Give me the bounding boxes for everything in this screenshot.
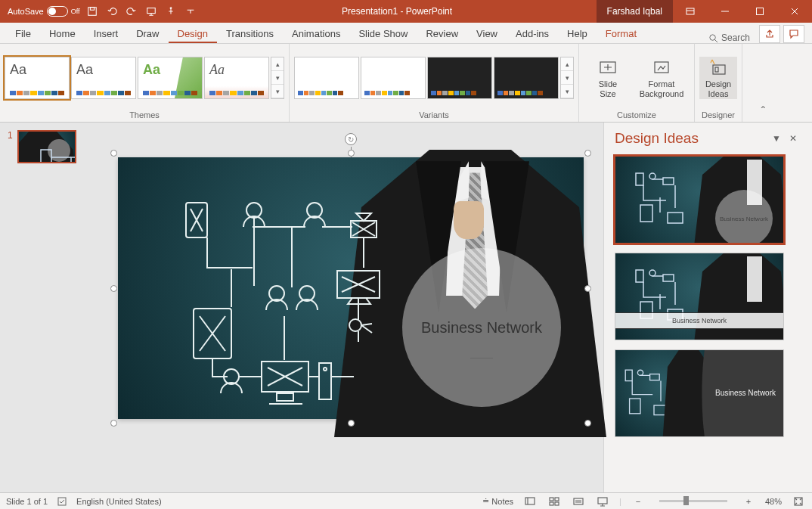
designer-group-label: Designer — [702, 109, 735, 122]
slide-editor[interactable]: Business Network — [98, 123, 603, 492]
touch-mode-button[interactable] — [163, 4, 178, 19]
svg-rect-42 — [630, 399, 640, 414]
autosave-toggle[interactable]: AutoSave Off — [8, 6, 80, 17]
format-background-button[interactable]: Format Background — [634, 57, 690, 98]
tab-insert[interactable]: Insert — [85, 23, 128, 43]
zoom-out-button[interactable]: − — [631, 495, 646, 507]
design-idea-3[interactable]: Business Network — [615, 349, 784, 437]
ribbon-tabs: File Home Insert Draw Design Transitions… — [0, 23, 812, 44]
tab-slide-show[interactable]: Slide Show — [349, 23, 417, 43]
svg-rect-49 — [555, 502, 559, 505]
slide-canvas[interactable]: Business Network — [118, 157, 584, 419]
themes-more-button[interactable]: ▴▾▾ — [271, 57, 284, 99]
toggle-off-icon — [47, 6, 68, 17]
svg-rect-33 — [668, 213, 683, 223]
qat-customize-button[interactable] — [183, 4, 198, 19]
language-button[interactable]: English (United States) — [76, 497, 162, 506]
redo-button[interactable] — [124, 4, 139, 19]
start-slideshow-button[interactable] — [144, 4, 159, 19]
theme-gallery-4[interactable]: Aa — [204, 57, 269, 99]
tab-animations[interactable]: Animations — [283, 23, 349, 43]
undo-button[interactable] — [104, 4, 119, 19]
slide-thumbnail-1[interactable]: 1 — [8, 130, 91, 163]
zoom-slider[interactable] — [659, 500, 727, 502]
design-idea-2[interactable]: Business Network — [615, 253, 784, 340]
resize-handle[interactable] — [110, 420, 117, 427]
slide-title: Business Network — [421, 319, 542, 337]
pane-close-button[interactable]: ✕ — [785, 133, 801, 144]
pane-options-button[interactable]: ▼ — [768, 133, 785, 144]
share-button[interactable] — [759, 25, 780, 43]
svg-rect-5 — [757, 8, 764, 15]
spellcheck-button[interactable] — [57, 496, 67, 507]
user-account-button[interactable]: Farshad Iqbal — [597, 0, 673, 23]
slideshow-view-button[interactable] — [595, 495, 610, 507]
theme-facet[interactable]: Aa — [138, 57, 203, 99]
tab-view[interactable]: View — [467, 23, 507, 43]
tab-format[interactable]: Format — [597, 23, 646, 43]
tab-file[interactable]: File — [6, 23, 40, 43]
svg-rect-11 — [41, 150, 51, 163]
tab-help[interactable]: Help — [558, 23, 597, 43]
tab-review[interactable]: Review — [417, 23, 467, 43]
title-bubble: Business Network — [402, 248, 561, 407]
variants-more-button[interactable]: ▴▾▾ — [560, 57, 574, 99]
normal-view-button[interactable] — [522, 495, 538, 507]
ribbon: Aa Aa Aa Aa ▴▾▾ Themes — [0, 44, 812, 123]
svg-rect-51 — [598, 498, 607, 504]
tab-draw[interactable]: Draw — [127, 23, 168, 43]
window-close-button[interactable] — [777, 0, 812, 23]
svg-rect-4 — [686, 8, 694, 14]
document-title: Presentation1 - PowerPoint — [198, 6, 597, 17]
variant-1[interactable] — [294, 57, 359, 99]
themes-group-label: Themes — [129, 109, 160, 122]
design-ideas-list[interactable]: Business Network Business Network Busine… — [604, 151, 812, 492]
save-button[interactable] — [85, 4, 100, 19]
svg-rect-50 — [574, 498, 583, 504]
resize-handle[interactable] — [110, 285, 117, 292]
workspace: 1 — [0, 123, 812, 492]
variant-4[interactable] — [494, 57, 559, 99]
svg-rect-10 — [715, 67, 718, 72]
svg-rect-46 — [550, 498, 553, 501]
zoom-in-button[interactable]: + — [741, 495, 756, 507]
tab-home[interactable]: Home — [40, 23, 85, 43]
tab-design[interactable]: Design — [169, 23, 217, 43]
fit-to-window-button[interactable] — [791, 495, 806, 507]
slide-counter[interactable]: Slide 1 of 1 — [6, 497, 48, 506]
svg-rect-34 — [636, 270, 643, 282]
ribbon-display-button[interactable] — [673, 0, 708, 23]
comments-button[interactable] — [783, 25, 804, 43]
slide-size-button[interactable]: Slide Size — [584, 57, 632, 98]
reading-view-button[interactable] — [571, 495, 586, 507]
svg-rect-1 — [90, 8, 94, 11]
variant-3[interactable] — [427, 57, 492, 99]
collapse-ribbon-button[interactable]: ˆ — [742, 44, 768, 122]
svg-rect-26 — [277, 393, 293, 401]
slide-sorter-button[interactable] — [547, 495, 562, 507]
zoom-level[interactable]: 48% — [765, 497, 782, 506]
slide-size-icon — [597, 57, 618, 78]
svg-rect-35 — [663, 275, 674, 281]
svg-point-23 — [349, 319, 361, 331]
design-ideas-button[interactable]: Design Ideas — [699, 57, 737, 98]
theme-office[interactable]: Aa — [5, 57, 70, 99]
variant-2[interactable] — [361, 57, 426, 99]
autosave-state: Off — [71, 8, 80, 15]
tab-add-ins[interactable]: Add-ins — [507, 23, 558, 43]
search-button[interactable]: Search — [701, 33, 758, 43]
tab-transitions[interactable]: Transitions — [217, 23, 283, 43]
svg-rect-45 — [525, 498, 535, 504]
window-maximize-button[interactable] — [742, 0, 777, 23]
design-idea-1[interactable]: Business Network — [615, 156, 784, 244]
slide-thumbnail-panel: 1 — [0, 123, 98, 492]
slide-number: 1 — [8, 130, 13, 163]
window-minimize-button[interactable] — [708, 0, 742, 23]
design-ideas-pane: Design Ideas ▼ ✕ Business Network Busine… — [603, 123, 812, 492]
notes-button[interactable]: ≐ Notes — [482, 496, 513, 506]
svg-rect-12 — [71, 157, 76, 163]
theme-variant-2[interactable]: Aa — [71, 57, 136, 99]
resize-handle[interactable] — [110, 150, 117, 157]
rotation-handle[interactable] — [345, 133, 357, 145]
slide-thumbnail-image — [17, 130, 76, 163]
